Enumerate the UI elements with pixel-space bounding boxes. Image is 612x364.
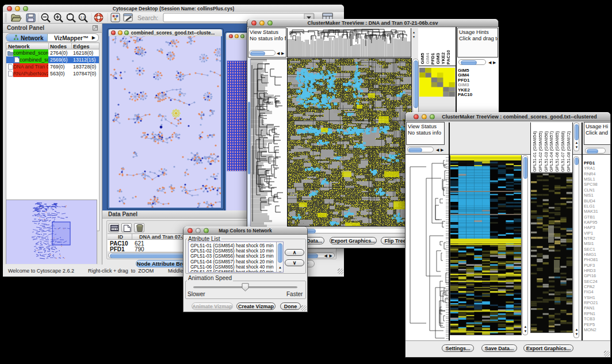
svg-text:1:1: 1:1: [80, 16, 85, 19]
svg-text:Search:: Search:: [137, 14, 158, 21]
